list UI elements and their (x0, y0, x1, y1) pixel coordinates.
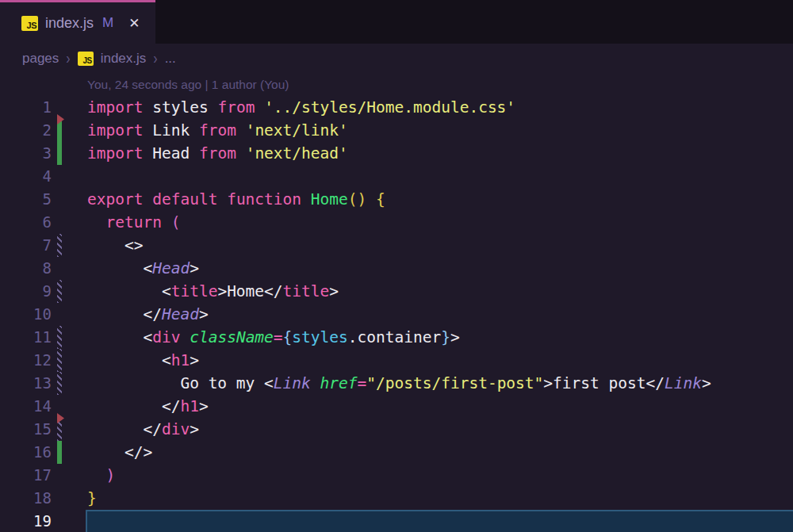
git-gutter-modified-decoration[interactable] (52, 234, 87, 257)
code-content[interactable]: <title>Home</title> (87, 280, 793, 303)
code-line[interactable]: 19 (0, 510, 793, 532)
code-area: 1import styles from '../styles/Home.modu… (0, 96, 793, 532)
code-line[interactable]: 15 </div> (0, 418, 793, 441)
editor-pane[interactable]: You, 24 seconds ago | 1 author (You) 1im… (0, 73, 793, 532)
code-line[interactable]: 16 </> (0, 441, 793, 464)
code-content[interactable]: </> (87, 441, 793, 464)
git-gutter (52, 303, 87, 326)
breadcrumb-item-pages[interactable]: pages (22, 51, 59, 67)
code-content[interactable]: return ( (87, 211, 793, 234)
git-blame-annotation: You, 24 seconds ago | 1 author (You) (0, 73, 793, 96)
git-gutter (52, 257, 87, 280)
line-number[interactable]: 15 (0, 418, 52, 441)
breadcrumb-item-file[interactable]: index.js (101, 51, 147, 67)
git-gutter (52, 487, 87, 510)
code-content[interactable]: <div className={styles.container}> (87, 326, 793, 349)
line-number[interactable]: 19 (0, 510, 52, 532)
line-number[interactable]: 9 (0, 280, 52, 303)
code-content[interactable]: ) (87, 464, 793, 487)
line-number[interactable]: 14 (0, 395, 52, 418)
javascript-file-icon: JS (21, 16, 38, 31)
git-gutter-modified-decoration[interactable] (52, 326, 87, 349)
code-content[interactable]: <Head> (87, 257, 793, 280)
code-line[interactable]: 18} (0, 487, 793, 510)
code-content[interactable]: import styles from '../styles/Home.modul… (87, 96, 793, 119)
code-content[interactable]: Go to my <Link href="/posts/first-post">… (87, 372, 793, 395)
line-number[interactable]: 13 (0, 372, 52, 395)
code-line[interactable]: 8 <Head> (0, 257, 793, 280)
chevron-right-icon: › (153, 49, 157, 67)
git-gutter (52, 464, 87, 487)
code-line[interactable]: 1import styles from '../styles/Home.modu… (0, 96, 793, 119)
code-line[interactable]: 3import Head from 'next/head' (0, 142, 793, 165)
code-content[interactable]: import Link from 'next/link' (87, 119, 793, 142)
tab-title: index.js (45, 15, 94, 32)
code-content[interactable]: import Head from 'next/head' (87, 142, 793, 165)
git-gutter (52, 96, 87, 119)
code-content[interactable]: </div> (87, 418, 793, 441)
line-number[interactable]: 18 (0, 487, 52, 510)
breadcrumb: pages › JS index.js › ... (0, 44, 793, 73)
git-gutter-added-decoration[interactable] (52, 119, 87, 142)
code-content current-line[interactable] (86, 510, 793, 532)
close-icon[interactable]: ✕ (128, 15, 140, 32)
code-line[interactable]: 14 </h1> (0, 395, 793, 418)
code-line[interactable]: 12 <h1> (0, 349, 793, 372)
line-number[interactable]: 2 (0, 119, 52, 142)
code-editor-window: JS index.js M ✕ pages › JS index.js › ..… (0, 0, 793, 532)
git-gutter (52, 510, 87, 532)
line-number[interactable]: 1 (0, 96, 52, 119)
line-number[interactable]: 8 (0, 257, 52, 280)
line-number[interactable]: 3 (0, 142, 52, 165)
line-number[interactable]: 12 (0, 349, 52, 372)
code-line[interactable]: 17 ) (0, 464, 793, 487)
git-gutter (52, 211, 87, 234)
line-number[interactable]: 10 (0, 303, 52, 326)
git-gutter (52, 165, 87, 188)
git-gutter-modified-decoration[interactable] (52, 372, 87, 395)
line-number[interactable]: 17 (0, 464, 52, 487)
code-content[interactable]: <h1> (87, 349, 793, 372)
code-content[interactable]: } (87, 487, 793, 510)
git-gutter-modified-decoration[interactable] (52, 349, 87, 372)
git-gutter (52, 188, 87, 211)
code-content[interactable] (87, 165, 793, 188)
tab-index-js[interactable]: JS index.js M ✕ (0, 0, 155, 44)
code-line[interactable]: 10 </Head> (0, 303, 793, 326)
line-number[interactable]: 6 (0, 211, 52, 234)
code-content[interactable]: </Head> (87, 303, 793, 326)
code-content[interactable]: export default function Home() { (87, 188, 793, 211)
git-gutter (52, 395, 87, 418)
line-number[interactable]: 4 (0, 165, 52, 188)
tab-bar: JS index.js M ✕ (0, 0, 793, 44)
chevron-right-icon: › (66, 49, 70, 67)
code-line[interactable]: 11 <div className={styles.container}> (0, 326, 793, 349)
git-gutter-added-decoration[interactable] (52, 441, 87, 464)
line-number[interactable]: 7 (0, 234, 52, 257)
git-gutter-modified-decoration[interactable] (52, 418, 87, 441)
line-number[interactable]: 11 (0, 326, 52, 349)
line-number[interactable]: 16 (0, 441, 52, 464)
breadcrumb-symbol-ellipsis[interactable]: ... (165, 51, 176, 67)
code-line[interactable]: 9 <title>Home</title> (0, 280, 793, 303)
git-gutter-modified-decoration[interactable] (52, 280, 87, 303)
git-gutter-added-decoration[interactable] (52, 142, 87, 165)
code-line[interactable]: 13 Go to my <Link href="/posts/first-pos… (0, 372, 793, 395)
code-content[interactable]: </h1> (87, 395, 793, 418)
modified-indicator: M (102, 15, 113, 31)
code-line[interactable]: 4 (0, 165, 793, 188)
code-line[interactable]: 2import Link from 'next/link' (0, 119, 793, 142)
code-line[interactable]: 5export default function Home() { (0, 188, 793, 211)
code-content[interactable]: <> (87, 234, 793, 257)
code-line[interactable]: 7 <> (0, 234, 793, 257)
line-number[interactable]: 5 (0, 188, 52, 211)
javascript-file-icon: JS (78, 52, 94, 66)
code-line[interactable]: 6 return ( (0, 211, 793, 234)
